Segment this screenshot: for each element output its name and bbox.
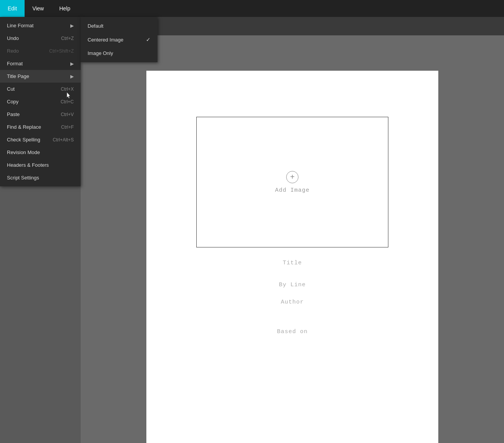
image-placeholder[interactable]: + Add Image	[196, 117, 388, 247]
by-line-text: By Line	[279, 282, 306, 288]
default-label: Default	[88, 23, 103, 29]
add-image-label: Add Image	[275, 187, 310, 194]
undo-label: Undo	[7, 35, 19, 41]
cut-shortcut: Ctrl+X	[61, 86, 74, 92]
script-page: + Add Image Title By Line Author Based o…	[146, 71, 438, 443]
menu-edit[interactable]: Edit	[0, 0, 25, 17]
format-label: Format	[7, 61, 23, 66]
undo-shortcut: Ctrl+Z	[61, 36, 74, 41]
centered-image-check: ✓	[146, 37, 151, 43]
menu-item-copy[interactable]: Copy Ctrl+C	[0, 95, 81, 108]
centered-image-label: Centered Image	[88, 37, 123, 43]
menu-item-headers-footers[interactable]: Headers & Footers	[0, 159, 81, 171]
menu-edit-label: Edit	[8, 5, 17, 12]
find-replace-shortcut: Ctrl+F	[61, 124, 74, 130]
submenu-item-centered-image[interactable]: Centered Image ✓	[81, 33, 158, 46]
menu-item-undo[interactable]: Undo Ctrl+Z	[0, 32, 81, 45]
submenu-item-image-only[interactable]: Image Only	[81, 46, 158, 60]
check-spelling-shortcut: Ctrl+Alt+S	[53, 137, 74, 143]
submenu-item-default[interactable]: Default	[81, 19, 158, 33]
menu-item-cut[interactable]: Cut Ctrl+X	[0, 83, 81, 95]
edit-dropdown: Line Format ▶ Undo Ctrl+Z Redo Ctrl+Shif…	[0, 17, 81, 186]
based-on-text: Based on	[277, 329, 308, 335]
cut-label: Cut	[7, 86, 15, 92]
menu-item-revision-mode[interactable]: Revision Mode	[0, 146, 81, 159]
menu-item-redo[interactable]: Redo Ctrl+Shift+Z	[0, 45, 81, 57]
headers-footers-label: Headers & Footers	[7, 162, 49, 168]
by-line-field[interactable]: By Line	[279, 282, 306, 288]
title-text: Title	[283, 260, 302, 266]
format-arrow: ▶	[70, 61, 74, 66]
author-text: Author	[281, 299, 304, 305]
check-spelling-label: Check Spelling	[7, 137, 40, 143]
menu-help[interactable]: Help	[51, 0, 78, 17]
title-field[interactable]: Title	[283, 260, 302, 266]
paste-label: Paste	[7, 111, 20, 117]
image-only-label: Image Only	[88, 50, 113, 56]
paste-shortcut: Ctrl+V	[61, 112, 74, 117]
menu-bar: Edit View Help	[0, 0, 504, 17]
redo-shortcut: Ctrl+Shift+Z	[49, 48, 74, 54]
copy-shortcut: Ctrl+C	[61, 99, 74, 105]
add-image-icon: +	[286, 171, 298, 183]
content-area: + Add Image Title By Line Author Based o…	[81, 35, 504, 443]
based-on-field[interactable]: Based on	[277, 329, 308, 335]
menu-item-find-replace[interactable]: Find & Replace Ctrl+F	[0, 121, 81, 133]
find-replace-label: Find & Replace	[7, 124, 41, 130]
title-page-label: Title Page	[7, 73, 29, 79]
copy-label: Copy	[7, 99, 18, 105]
menu-item-check-spelling[interactable]: Check Spelling Ctrl+Alt+S	[0, 133, 81, 146]
add-image-symbol: +	[290, 173, 295, 181]
author-field[interactable]: Author	[281, 299, 304, 305]
menu-item-title-page[interactable]: Title Page ▶	[0, 70, 81, 83]
revision-mode-label: Revision Mode	[7, 149, 40, 155]
menu-item-script-settings[interactable]: Script Settings	[0, 171, 81, 184]
line-format-label: Line Format	[7, 23, 33, 28]
script-settings-label: Script Settings	[7, 175, 39, 181]
title-page-arrow: ▶	[70, 74, 74, 79]
title-page-submenu: Default Centered Image ✓ Image Only	[81, 17, 158, 62]
redo-label: Redo	[7, 48, 19, 54]
menu-item-paste[interactable]: Paste Ctrl+V	[0, 108, 81, 121]
menu-item-line-format[interactable]: Line Format ▶	[0, 19, 81, 32]
menu-item-format[interactable]: Format ▶	[0, 57, 81, 70]
menu-help-label: Help	[59, 5, 70, 12]
menu-view[interactable]: View	[25, 0, 51, 17]
line-format-arrow: ▶	[70, 23, 74, 28]
menu-view-label: View	[32, 5, 44, 12]
